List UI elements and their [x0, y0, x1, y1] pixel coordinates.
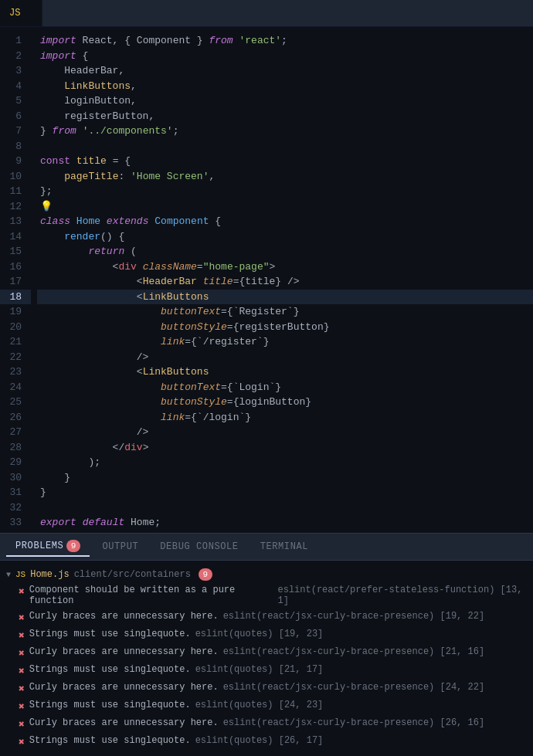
problem-text: Curly braces are unnecessary here. [29, 611, 219, 622]
code-line [37, 139, 533, 154]
panel-tab-terminal[interactable]: TERMINAL [251, 538, 317, 555]
error-icon: ✖ [19, 612, 25, 624]
panel-tab-bar: PROBLEMS9OUTPUTDEBUG CONSOLETERMINAL [0, 534, 533, 561]
code-line [37, 531, 533, 534]
code-line: render() { [37, 229, 533, 245]
problem-text: Strings must use singlequote. [29, 629, 191, 639]
code-content[interactable]: import React, { Component } from 'react'… [31, 27, 533, 533]
problem-item[interactable]: ✖Curly braces are unnecessary here. esli… [0, 715, 533, 733]
tab-bar: JS [0, 0, 533, 27]
js-file-icon: JS [9, 8, 20, 19]
code-line: } [37, 470, 533, 486]
bottom-panel: PROBLEMS9OUTPUTDEBUG CONSOLETERMINAL ▼JS… [0, 533, 533, 756]
problem-rule: eslint(quotes) [19, 23] [195, 629, 324, 639]
code-line: LinkButtons, [37, 79, 533, 94]
problem-rule: eslint(react/jsx-curly-brace-presence) [… [223, 611, 484, 622]
code-line: return ( [37, 244, 533, 259]
error-icon: ✖ [19, 736, 25, 748]
code-line: <LinkButtons [37, 290, 533, 305]
code-line: import { [37, 49, 533, 64]
error-icon: ✖ [19, 647, 25, 659]
code-line: /> [37, 425, 533, 440]
code-line: <LinkButtons [37, 364, 533, 380]
error-icon: ✖ [19, 700, 25, 713]
code-container: 1234567891011121314151617181920212223242… [0, 27, 533, 533]
error-icon: ✖ [19, 683, 25, 695]
js-icon: JS [15, 570, 25, 579]
problem-item[interactable]: ✖Strings must use singlequote. eslint(qu… [0, 626, 533, 644]
code-line: /> [37, 350, 533, 365]
problem-text: Curly braces are unnecessary here. [29, 717, 219, 728]
problem-section-header[interactable]: ▼JSHome.js client/src/containers9 [0, 567, 533, 582]
code-line: link={`/register`} [37, 334, 533, 350]
code-line: buttonText={`Login`} [37, 380, 533, 395]
line-numbers: 1234567891011121314151617181920212223242… [0, 27, 31, 533]
problem-item[interactable]: ✖Strings must use singlequote. eslint(qu… [0, 662, 533, 680]
section-path: client/src/containers [74, 569, 191, 580]
code-line: pageTitle: 'Home Screen', [37, 169, 533, 185]
code-line: buttonStyle={loginButton} [37, 395, 533, 410]
problem-item[interactable]: ✖Strings must use singlequote. eslint(qu… [0, 733, 533, 751]
problem-text: Strings must use singlequote. [29, 735, 191, 746]
code-line: HeaderBar, [37, 63, 533, 79]
problem-text: Curly braces are unnecessary here. [29, 682, 219, 693]
section-filename: Home.js [30, 569, 69, 580]
section-badge: 9 [199, 568, 212, 581]
code-line: ); [37, 455, 533, 470]
problem-item[interactable]: ✖Component should be written as a pure f… [0, 582, 533, 609]
panel-tab-output[interactable]: OUTPUT [93, 538, 148, 555]
code-line: const title = { [37, 154, 533, 169]
code-line: export default Home; [37, 515, 533, 531]
error-icon: ✖ [19, 585, 25, 598]
panel-tab-problems[interactable]: PROBLEMS9 [6, 537, 90, 557]
problem-item[interactable]: ✖Curly braces are unnecessary here. esli… [0, 609, 533, 626]
problems-list: ▼JSHome.js client/src/containers9✖Compon… [0, 561, 533, 756]
code-line [37, 500, 533, 516]
code-line: <HeaderBar title={title} /> [37, 274, 533, 290]
problem-item[interactable]: ✖Strings must use singlequote. eslint(qu… [0, 697, 533, 715]
problem-item[interactable]: ✖Curly braces are unnecessary here. esli… [0, 644, 533, 662]
code-line: </div> [37, 440, 533, 456]
code-line: } [37, 485, 533, 500]
error-icon: ✖ [19, 665, 25, 677]
panel-tab-debug-console[interactable]: DEBUG CONSOLE [151, 538, 247, 555]
problem-section: ▼JSHome.js client/src/containers9✖Compon… [0, 564, 533, 754]
code-editor: 1234567891011121314151617181920212223242… [0, 27, 533, 533]
problem-rule: eslint(quotes) [21, 17] [195, 664, 324, 675]
problem-rule: eslint(quotes) [26, 17] [195, 735, 324, 746]
code-line: <div className="home-page"> [37, 259, 533, 275]
code-line: } from '../components'; [37, 124, 533, 139]
code-line: loginButton, [37, 93, 533, 109]
code-line: buttonStyle={registerButton} [37, 320, 533, 335]
code-line: import React, { Component } from 'react'… [37, 33, 533, 49]
error-icon: ✖ [19, 718, 25, 731]
problem-text: Curly braces are unnecessary here. [29, 646, 219, 657]
problem-item[interactable]: ✖Curly braces are unnecessary here. esli… [0, 680, 533, 697]
problem-rule: eslint(react/jsx-curly-brace-presence) [… [223, 646, 484, 657]
problem-text: Strings must use singlequote. [29, 664, 191, 675]
code-line: buttonText={`Register`} [37, 304, 533, 320]
problem-rule: eslint(react/jsx-curly-brace-presence) [… [223, 682, 484, 693]
tab-home-js[interactable]: JS [0, 0, 42, 26]
code-line: 💡 [37, 199, 533, 215]
problem-rule: eslint(react/jsx-curly-brace-presence) [… [223, 717, 484, 728]
problem-rule: eslint(quotes) [24, 23] [195, 700, 324, 710]
code-line: class Home extends Component { [37, 214, 533, 229]
code-line: }; [37, 184, 533, 199]
problem-text: Strings must use singlequote. [29, 700, 191, 710]
problem-text: Component should be written as a pure fu… [29, 585, 273, 606]
code-line: link={`/login`} [37, 410, 533, 425]
section-arrow-icon: ▼ [6, 571, 11, 579]
code-line: registerButton, [37, 109, 533, 124]
problem-rule: eslint(react/prefer-stateless-function) … [277, 585, 527, 606]
error-icon: ✖ [19, 629, 25, 642]
